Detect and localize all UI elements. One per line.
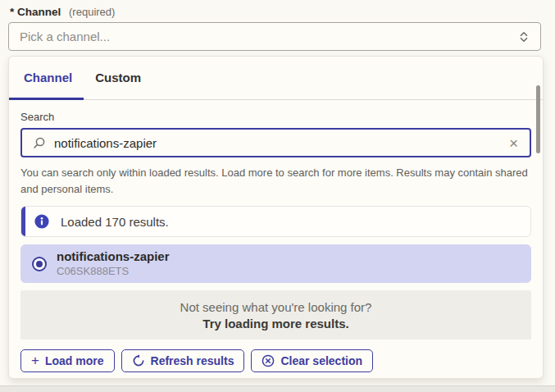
search-icon bbox=[32, 136, 46, 150]
channel-select[interactable]: Pick a channel... bbox=[8, 22, 541, 51]
load-more-hint-line1: Not seeing what you're looking for? bbox=[180, 300, 372, 314]
field-label: * Channel (required) bbox=[10, 6, 115, 18]
channel-field-screen: * Channel (required) Pick a channel... C… bbox=[0, 0, 555, 392]
load-more-label: Load more bbox=[45, 354, 104, 367]
loaded-results-alert: Loaded 170 results. bbox=[20, 206, 531, 237]
clear-selection-label: Clear selection bbox=[280, 354, 362, 367]
refresh-icon bbox=[132, 354, 145, 367]
channel-option-notifications-zapier[interactable]: notifications-zapier C06SK888ETS bbox=[20, 244, 531, 283]
channel-select-placeholder: Pick a channel... bbox=[20, 30, 517, 43]
radio-selected-icon[interactable] bbox=[32, 257, 47, 271]
search-helper-text: You can search only within loaded result… bbox=[20, 165, 531, 197]
search-input[interactable] bbox=[54, 136, 499, 150]
clear-selection-button[interactable]: Clear selection bbox=[251, 349, 373, 372]
clear-search-icon[interactable]: × bbox=[507, 135, 520, 151]
info-icon bbox=[34, 214, 49, 229]
search-label: Search bbox=[20, 111, 531, 123]
channel-option-id: C06SK888ETS bbox=[57, 266, 170, 278]
radio-dot bbox=[36, 261, 43, 267]
refresh-results-label: Refresh results bbox=[151, 354, 234, 367]
channel-option-text: notifications-zapier C06SK888ETS bbox=[57, 249, 170, 277]
channel-option-title: notifications-zapier bbox=[57, 249, 170, 263]
search-input-box[interactable]: × bbox=[20, 128, 531, 157]
page-bottom-strip bbox=[0, 385, 555, 392]
load-more-button[interactable]: + Load more bbox=[20, 349, 115, 372]
load-more-hint-line2: Try loading more results. bbox=[202, 317, 348, 330]
dropdown-content: Search × You can search only within load… bbox=[9, 111, 543, 372]
load-more-hint: Not seeing what you're looking for? Try … bbox=[20, 290, 531, 340]
channel-picker-dropdown: Channel Custom Search × You can search o… bbox=[8, 56, 544, 379]
alert-accent-bar bbox=[21, 207, 25, 236]
field-label-text: * Channel bbox=[10, 6, 61, 18]
x-circle-icon bbox=[262, 354, 275, 367]
alert-text: Loaded 170 results. bbox=[61, 215, 169, 229]
select-updown-chevron-icon bbox=[517, 30, 530, 43]
tabbar: Channel Custom bbox=[9, 57, 543, 100]
tab-custom[interactable]: Custom bbox=[84, 57, 152, 100]
field-required-hint: (required) bbox=[69, 6, 115, 18]
action-buttons: + Load more Refresh results bbox=[20, 349, 531, 372]
refresh-results-button[interactable]: Refresh results bbox=[121, 349, 245, 372]
dropdown-scrollbar[interactable] bbox=[536, 85, 540, 153]
plus-icon: + bbox=[31, 353, 39, 367]
tab-channel[interactable]: Channel bbox=[9, 57, 84, 100]
